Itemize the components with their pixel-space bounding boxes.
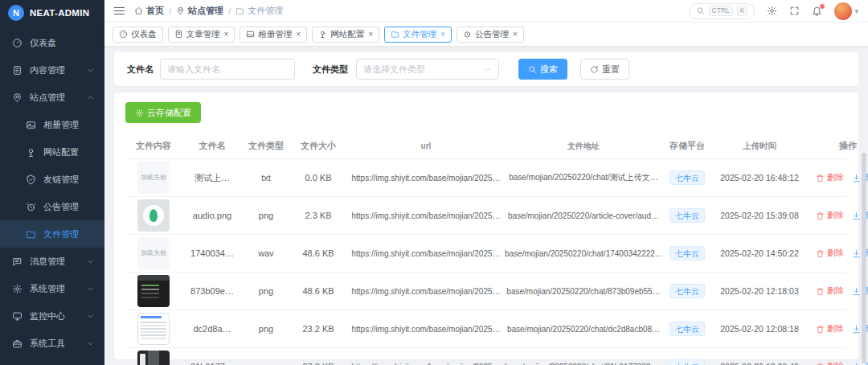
file-url-cell: https://img.shiyit.com/base/mojian/2025… [347, 174, 505, 182]
file-type-cell: png [243, 286, 289, 296]
tab-label: 仪表盘 [131, 29, 157, 40]
sidebar-item-announcements[interactable]: 公告管理 [0, 193, 104, 220]
pin-icon [318, 30, 327, 39]
cloud-storage-config-button[interactable]: 云存储配置 [125, 102, 201, 123]
upload-time-cell: 2025-02-20 14:50:22 [712, 248, 807, 258]
sidebar-menu: 仪表盘 内容管理 站点管理 相册管理 网站配置 [0, 29, 104, 357]
delete-button[interactable]: 删除 [816, 248, 844, 259]
column-header: 操作 [807, 140, 868, 152]
sidebar-item-friend-links[interactable]: 友链管理 [0, 166, 104, 193]
file-address-cell: base/mojian/20250220/chat/873b09eb55… [505, 287, 662, 296]
close-icon[interactable]: × [296, 30, 301, 39]
sidebar-item-label: 系统管理 [30, 283, 79, 295]
user-menu[interactable]: ▾ [834, 2, 858, 20]
table-row: 加载失败 1740034… wav 48.6 KB https://img.sh… [125, 235, 847, 273]
file-type-cell: png [243, 362, 289, 365]
delete-label: 删除 [827, 210, 844, 221]
breadcrumb-file-management: 文件管理 [235, 5, 283, 17]
delete-label: 删除 [827, 248, 844, 259]
tab-dashboard[interactable]: 仪表盘 [113, 27, 163, 43]
tab-albums[interactable]: 相册管理 × [240, 27, 307, 43]
delete-label: 删除 [827, 285, 844, 297]
delete-button[interactable]: 删除 [816, 361, 844, 365]
chevron-down-icon [86, 257, 95, 266]
settings-button[interactable] [767, 6, 777, 16]
close-icon[interactable]: × [224, 30, 229, 39]
folder-icon [235, 6, 244, 15]
sidebar-item-file-management[interactable]: 文件管理 [0, 220, 104, 248]
chevron-down-icon [86, 285, 95, 293]
file-size-cell: 48.6 KB [289, 286, 347, 296]
file-size-cell: 27.8 KB [289, 362, 347, 365]
global-search-button[interactable]: CTRL K [689, 3, 755, 19]
tab-announcements[interactable]: 公告管理 × [457, 27, 524, 43]
search-button[interactable]: 搜索 [518, 59, 567, 80]
sidebar-item-tools[interactable]: 系统工具 [0, 330, 104, 357]
file-thumbnail-image[interactable] [137, 351, 170, 365]
table-row: dc2d8a… png 23.2 KB https://img.shiyit.c… [125, 310, 847, 348]
delete-button[interactable]: 删除 [816, 323, 844, 334]
tab-label: 公告管理 [475, 29, 509, 40]
breadcrumb-label: 文件管理 [248, 5, 283, 17]
tab-label: 文件管理 [403, 29, 436, 40]
gauge-icon [119, 30, 128, 39]
file-address-cell: base/mojian/20250220/chat/17400342222… [505, 249, 662, 258]
file-thumbnail-image[interactable] [137, 313, 170, 345]
vertical-scrollbar[interactable] [862, 153, 866, 363]
breadcrumb-home[interactable]: 首页 [134, 5, 164, 17]
close-icon[interactable]: × [513, 30, 518, 39]
close-icon[interactable]: × [440, 30, 445, 39]
app-logo[interactable]: N NEAT-ADMIN [0, 0, 104, 26]
close-icon[interactable]: × [368, 30, 373, 39]
search-button-label: 搜索 [540, 64, 558, 76]
sidebar-item-site-config[interactable]: 网站配置 [0, 138, 104, 166]
file-address-cell: base/mojian/20250220/article-cover/aud… [505, 211, 662, 220]
delete-button[interactable]: 删除 [816, 285, 844, 297]
trash-icon [816, 211, 825, 220]
download-icon [852, 174, 861, 182]
delete-label: 删除 [827, 172, 844, 183]
sidebar-item-site[interactable]: 站点管理 [0, 84, 104, 111]
column-header: 文件类型 [243, 140, 289, 152]
sidebar-item-content[interactable]: 内容管理 [0, 56, 104, 84]
tab-label: 文章管理 [186, 29, 220, 40]
sidebar-item-dashboard[interactable]: 仪表盘 [0, 29, 104, 56]
main-area: 首页 / 站点管理 / 文件管理 CTRL K [104, 0, 868, 365]
file-size-cell: 23.2 KB [289, 324, 347, 334]
file-thumbnail-image[interactable] [137, 199, 170, 232]
sidebar-item-monitoring[interactable]: 监控中心 [0, 302, 104, 330]
sidebar-item-albums[interactable]: 相册管理 [0, 111, 104, 138]
file-type-select[interactable]: 请选择文件类型 [356, 59, 499, 80]
file-thumbnail-image[interactable] [137, 275, 170, 307]
upload-time-cell: 2025-02-20 12:18:03 [712, 286, 807, 296]
home-icon [134, 6, 143, 15]
chat-icon [12, 256, 23, 267]
breadcrumb-site-management[interactable]: 站点管理 [176, 5, 223, 17]
app-title: NEAT-ADMIN [30, 8, 89, 18]
fullscreen-button[interactable] [789, 6, 800, 16]
file-url-cell: https://img.shiyit.com/base/mojian/2025… [347, 287, 505, 296]
menu-collapse-button[interactable] [114, 7, 125, 15]
sidebar-item-messages[interactable]: 消息管理 [0, 248, 104, 275]
column-header: 文件名 [182, 140, 243, 152]
download-icon [852, 287, 861, 296]
sidebar-item-label: 消息管理 [30, 256, 79, 268]
tab-file-management[interactable]: 文件管理 × [384, 27, 452, 43]
sidebar-item-system[interactable]: 系统管理 [0, 275, 104, 302]
gear-icon [767, 6, 777, 16]
reset-button[interactable]: 重置 [580, 59, 629, 80]
column-header: 存储平台 [662, 140, 712, 152]
storage-platform-badge: 七牛云 [669, 170, 705, 185]
delete-button[interactable]: 删除 [816, 172, 844, 183]
tab-site-config[interactable]: 网站配置 × [312, 27, 379, 43]
tab-articles[interactable]: 文章管理 × [168, 27, 235, 43]
trash-icon [816, 325, 825, 334]
file-name-input[interactable] [160, 59, 295, 80]
delete-button[interactable]: 删除 [816, 210, 844, 221]
trash-icon [816, 287, 825, 296]
file-name-cell: audio.png [182, 211, 243, 220]
kbd-k: K [737, 6, 748, 16]
sidebar-item-label: 系统工具 [30, 338, 79, 350]
notifications-button[interactable] [812, 6, 822, 16]
refresh-icon [590, 65, 599, 74]
